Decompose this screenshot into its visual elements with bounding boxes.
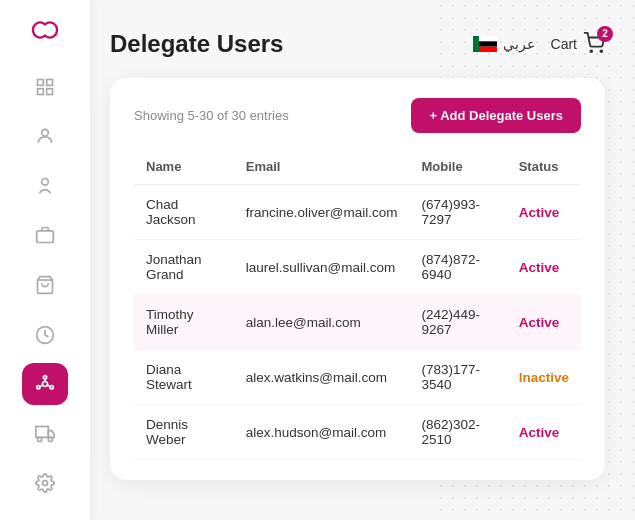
svg-rect-20 [473,36,479,52]
svg-rect-2 [38,88,44,94]
cell-status: Active [507,240,581,295]
sidebar-item-users[interactable] [22,116,68,158]
cart-icon-wrap: 2 [583,32,605,57]
entries-info: Showing 5-30 of 30 entries [134,108,289,123]
svg-rect-6 [37,231,54,243]
cell-status: Active [507,185,581,240]
svg-rect-23 [479,47,497,52]
sidebar-item-delegates[interactable] [22,363,68,405]
cell-email: francine.oliver@mail.com [234,185,410,240]
cell-status: Inactive [507,350,581,405]
sidebar-item-payments[interactable] [22,314,68,356]
cell-mobile: (783)177-3540 [409,350,506,405]
table-row[interactable]: Chad Jackson francine.oliver@mail.com (6… [134,185,581,240]
sidebar-item-orders[interactable] [22,264,68,306]
cell-name: Diana Stewart [134,350,234,405]
cell-name: Dennis Weber [134,405,234,460]
svg-rect-3 [47,88,53,94]
cell-email: alex.hudson@mail.com [234,405,410,460]
svg-point-5 [42,178,49,185]
cell-mobile: (862)302-2510 [409,405,506,460]
table-row[interactable]: Diana Stewart alex.watkins@mail.com (783… [134,350,581,405]
table-header-row: Name Email Mobile Status [134,149,581,185]
sidebar-item-settings[interactable] [22,463,68,505]
col-status: Status [507,149,581,185]
svg-rect-16 [36,426,49,437]
cell-status: Active [507,295,581,350]
svg-point-19 [43,481,48,486]
header-actions: عربي Cart 2 [473,32,605,57]
table-body: Chad Jackson francine.oliver@mail.com (6… [134,185,581,460]
table-row[interactable]: Jonathan Grand laurel.sullivan@mail.com … [134,240,581,295]
flag-icon [473,36,497,52]
col-mobile: Mobile [409,149,506,185]
sidebar-item-products[interactable] [22,215,68,257]
table-row[interactable]: Dennis Weber alex.hudson@mail.com (862)3… [134,405,581,460]
page-title: Delegate Users [110,30,283,58]
svg-rect-21 [479,36,497,41]
app-logo [25,16,65,48]
add-delegate-button[interactable]: + Add Delegate Users [411,98,581,133]
cell-mobile: (874)872-6940 [409,240,506,295]
language-button[interactable]: عربي [473,36,535,52]
sidebar-item-dashboard[interactable] [22,66,68,108]
cell-status: Active [507,405,581,460]
table-row[interactable]: Timothy Miller alan.lee@mail.com (242)44… [134,295,581,350]
cart-button[interactable]: Cart 2 [551,32,605,57]
svg-point-24 [590,50,592,52]
svg-point-10 [43,376,46,379]
cell-email: alan.lee@mail.com [234,295,410,350]
col-name: Name [134,149,234,185]
card-header: Showing 5-30 of 30 entries + Add Delegat… [134,98,581,133]
lang-label: عربي [503,36,535,52]
cell-name: Timothy Miller [134,295,234,350]
cart-label: Cart [551,36,577,52]
cell-mobile: (674)993-7297 [409,185,506,240]
sidebar [0,0,90,520]
cell-email: laurel.sullivan@mail.com [234,240,410,295]
main-content: Delegate Users عربي Cart [90,0,635,520]
svg-rect-22 [479,41,497,46]
cart-badge: 2 [597,26,613,42]
cell-name: Jonathan Grand [134,240,234,295]
svg-rect-0 [38,79,44,85]
delegates-card: Showing 5-30 of 30 entries + Add Delegat… [110,78,605,480]
cell-mobile: (242)449-9267 [409,295,506,350]
sidebar-item-delivery[interactable] [22,413,68,455]
svg-point-17 [38,437,42,441]
sidebar-item-profile[interactable] [22,165,68,207]
svg-point-18 [48,437,52,441]
delegates-table: Name Email Mobile Status Chad Jackson fr… [134,149,581,460]
cell-name: Chad Jackson [134,185,234,240]
cell-email: alex.watkins@mail.com [234,350,410,405]
table-head: Name Email Mobile Status [134,149,581,185]
svg-point-25 [600,50,602,52]
svg-rect-1 [47,79,53,85]
page-header: Delegate Users عربي Cart [110,30,605,58]
svg-point-4 [42,130,49,137]
col-email: Email [234,149,410,185]
